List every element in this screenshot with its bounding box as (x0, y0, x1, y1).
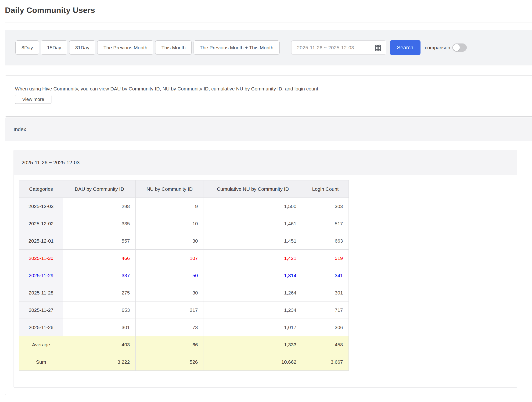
community-users-table: CategoriesDAU by Community IDNU by Commu… (19, 180, 349, 371)
comparison-toggle[interactable] (452, 44, 467, 52)
table-row: 2025-11-304661071,421519 (19, 250, 349, 267)
category-cell: 2025-11-30 (19, 250, 63, 267)
quick-range-button-2[interactable]: 15Day (41, 40, 67, 55)
index-panel-body: 2025-11-26 ~ 2025-12-03 CategoriesDAU by… (5, 141, 532, 388)
category-cell: 2025-12-02 (19, 215, 63, 232)
value-cell: 73 (136, 319, 204, 336)
comparison-label: comparison (425, 45, 450, 50)
search-button[interactable]: Search (390, 40, 420, 55)
value-cell: 3,222 (63, 353, 136, 371)
report-table-area: CategoriesDAU by Community IDNU by Commu… (14, 175, 517, 371)
category-cell: 2025-12-03 (19, 198, 63, 215)
date-range-report-box: 2025-11-26 ~ 2025-12-03 CategoriesDAU by… (13, 150, 517, 388)
table-row: 2025-12-02335101,461517 (19, 215, 349, 232)
notice-box: When using Hive Community, you can view … (5, 75, 532, 117)
table-body: 2025-12-0329891,5003032025-12-02335101,4… (19, 198, 349, 371)
value-cell: 217 (136, 302, 204, 319)
value-cell: 403 (63, 336, 136, 353)
table-row: 2025-12-01557301,451663 (19, 232, 349, 250)
value-cell: 526 (136, 353, 204, 371)
date-range-input[interactable]: 2025-11-26 ~ 2025-12-03 (291, 40, 386, 55)
table-header-row: CategoriesDAU by Community IDNU by Commu… (19, 180, 349, 198)
value-cell: 717 (302, 302, 348, 319)
value-cell: 335 (63, 215, 136, 232)
report-range-title: 2025-11-26 ~ 2025-12-03 (14, 150, 517, 175)
value-cell: 298 (63, 198, 136, 215)
value-cell: 517 (302, 215, 348, 232)
page-title: Daily Community Users (5, 6, 532, 15)
value-cell: 1,461 (204, 215, 302, 232)
quick-range-button-6[interactable]: The Previous Month + This Month (194, 40, 279, 55)
table-row: 2025-11-29337501,314341 (19, 267, 349, 284)
category-cell: 2025-11-29 (19, 267, 63, 284)
filter-bar: 8Day15Day31DayThe Previous MonthThis Mon… (5, 30, 532, 65)
view-more-button[interactable]: View more (15, 95, 51, 104)
category-cell: Sum (19, 353, 63, 371)
column-header: Login Count (302, 180, 348, 198)
column-header: Categories (19, 180, 63, 198)
category-cell: Average (19, 336, 63, 353)
value-cell: 301 (63, 319, 136, 336)
value-cell: 458 (302, 336, 348, 353)
table-row: 2025-11-26301731,017306 (19, 319, 349, 336)
index-panel-title: Index (5, 118, 532, 141)
quick-range-button-4[interactable]: The Previous Month (97, 40, 153, 55)
value-cell: 10,662 (204, 353, 302, 371)
value-cell: 275 (63, 284, 136, 302)
column-header: DAU by Community ID (63, 180, 136, 198)
value-cell: 66 (136, 336, 204, 353)
value-cell: 337 (63, 267, 136, 284)
value-cell: 9 (136, 198, 204, 215)
value-cell: 663 (302, 232, 348, 250)
value-cell: 519 (302, 250, 348, 267)
value-cell: 30 (136, 284, 204, 302)
table-row: Average403661,333458 (19, 336, 349, 353)
value-cell: 3,667 (302, 353, 348, 371)
quick-range-button-1[interactable]: 8Day (15, 40, 39, 55)
value-cell: 466 (63, 250, 136, 267)
category-cell: 2025-11-28 (19, 284, 63, 302)
page-header: Daily Community Users (5, 0, 532, 22)
value-cell: 1,421 (204, 250, 302, 267)
value-cell: 341 (302, 267, 348, 284)
table-row: 2025-11-28275301,264301 (19, 284, 349, 302)
value-cell: 1,264 (204, 284, 302, 302)
category-cell: 2025-12-01 (19, 232, 63, 250)
notice-text: When using Hive Community, you can view … (15, 86, 532, 92)
column-header: Cumulative NU by Community ID (204, 180, 302, 198)
value-cell: 303 (302, 198, 348, 215)
value-cell: 107 (136, 250, 204, 267)
value-cell: 1,234 (204, 302, 302, 319)
table-row: 2025-12-0329891,500303 (19, 198, 349, 215)
value-cell: 30 (136, 232, 204, 250)
value-cell: 1,017 (204, 319, 302, 336)
quick-range-button-3[interactable]: 31Day (69, 40, 95, 55)
value-cell: 306 (302, 319, 348, 336)
value-cell: 50 (136, 267, 204, 284)
table-row: Sum3,22252610,6623,667 (19, 353, 349, 371)
table-row: 2025-11-276532171,234717 (19, 302, 349, 319)
toggle-knob (453, 44, 460, 51)
calendar-icon[interactable] (374, 44, 382, 52)
column-header: NU by Community ID (136, 180, 204, 198)
value-cell: 557 (63, 232, 136, 250)
value-cell: 10 (136, 215, 204, 232)
date-range-value: 2025-11-26 ~ 2025-12-03 (297, 45, 354, 50)
value-cell: 1,333 (204, 336, 302, 353)
quick-range-button-5[interactable]: This Month (155, 40, 192, 55)
value-cell: 653 (63, 302, 136, 319)
quick-range-buttons: 8Day15Day31DayThe Previous MonthThis Mon… (15, 40, 281, 55)
value-cell: 1,314 (204, 267, 302, 284)
category-cell: 2025-11-27 (19, 302, 63, 319)
value-cell: 1,451 (204, 232, 302, 250)
value-cell: 1,500 (204, 198, 302, 215)
category-cell: 2025-11-26 (19, 319, 63, 336)
value-cell: 301 (302, 284, 348, 302)
index-panel: Index 2025-11-26 ~ 2025-12-03 Categories… (5, 118, 532, 395)
